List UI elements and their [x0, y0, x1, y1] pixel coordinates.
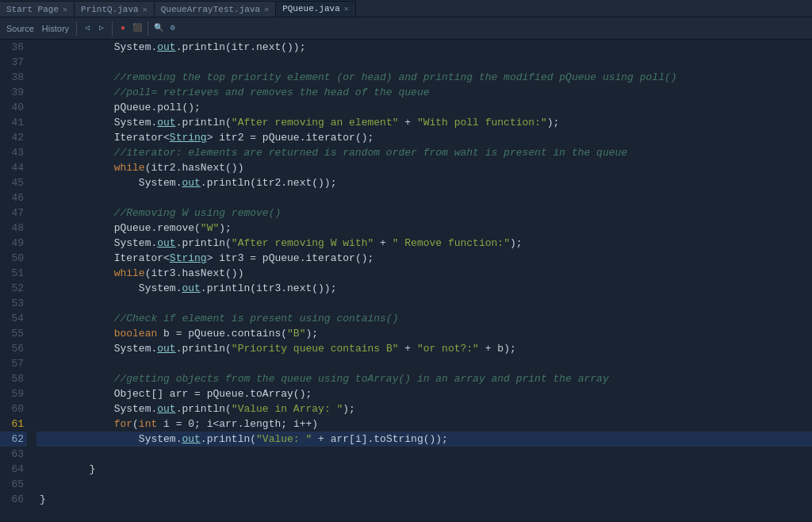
- code-line: System.out.println(itr.next());: [36, 40, 812, 55]
- line-number: 51: [0, 266, 27, 281]
- line-number: 66: [0, 492, 27, 507]
- code-line: [36, 477, 812, 492]
- code-line: //poll= retrieves and removes the head o…: [36, 85, 812, 100]
- code-area: 3637383940414243444546474849505152535455…: [0, 40, 812, 522]
- tab-start-page[interactable]: Start Page ✕: [0, 1, 75, 17]
- toolbar: Source History ◁ ▷ ● ⬛ 🔍 ⚙: [0, 17, 812, 40]
- line-number: 59: [0, 386, 27, 401]
- settings-icon[interactable]: ⚙: [167, 22, 179, 35]
- code-line: }: [36, 462, 812, 477]
- close-icon[interactable]: ✕: [143, 5, 147, 14]
- line-number: 61: [0, 416, 27, 432]
- code-line: //Removing W using remove(): [36, 205, 812, 221]
- code-line: pQueue.remove("W");: [36, 221, 812, 236]
- code-line: while(itr3.hasNext()): [36, 266, 812, 281]
- line-number: 48: [0, 221, 27, 236]
- code-line: [36, 296, 812, 311]
- line-number: 39: [0, 85, 27, 100]
- code-line: Object[] arr = pQueue.toArray();: [36, 386, 812, 401]
- line-number: 52: [0, 281, 27, 296]
- line-number: 55: [0, 326, 27, 341]
- tab-queuearraytest[interactable]: QueueArrayTest.java ✕: [155, 1, 276, 17]
- forward-icon[interactable]: ▷: [95, 22, 108, 35]
- code-line: [36, 447, 812, 462]
- toolbar-separator: [112, 21, 113, 36]
- search-icon[interactable]: 🔍: [152, 22, 165, 35]
- tab-bar: Start Page ✕ PrintQ.java ✕ QueueArrayTes…: [0, 0, 812, 17]
- code-line: for(int i = 0; i<arr.length; i++): [36, 416, 812, 432]
- line-number: 53: [0, 296, 27, 311]
- line-number: 46: [0, 190, 27, 205]
- close-icon[interactable]: ✕: [344, 4, 349, 13]
- code-line: [36, 55, 812, 70]
- line-number: 64: [0, 462, 27, 477]
- line-number: 50: [0, 251, 27, 266]
- line-number: 38: [0, 70, 27, 85]
- code-content[interactable]: System.out.println(itr.next()); //removi…: [33, 40, 812, 522]
- code-line: System.out.println("After removing an el…: [36, 115, 812, 130]
- run-icon[interactable]: ●: [117, 22, 129, 35]
- code-line: Iterator<String> itr2 = pQueue.iterator(…: [36, 130, 812, 145]
- line-number: 43: [0, 145, 27, 160]
- code-line: System.out.println("Value: " + arr[i].to…: [36, 432, 812, 447]
- code-line: boolean b = pQueue.contains("B");: [36, 326, 812, 341]
- code-line: [36, 356, 812, 371]
- tab-label: PrintQ.java: [81, 5, 139, 14]
- line-number: 42: [0, 130, 27, 145]
- line-number: 56: [0, 341, 27, 356]
- line-number: 47: [0, 205, 27, 221]
- toolbar-separator: [147, 21, 148, 36]
- code-line: }: [36, 492, 812, 507]
- close-icon[interactable]: ✕: [264, 5, 269, 14]
- line-number: 65: [0, 477, 27, 492]
- line-number: 63: [0, 447, 27, 462]
- code-line: //removing the top priority element (or …: [36, 70, 812, 85]
- line-number: 62: [0, 432, 27, 447]
- line-number: 49: [0, 236, 27, 251]
- code-line: System.out.println("Priority queue conta…: [36, 341, 812, 356]
- code-line: [36, 190, 812, 205]
- code-line: pQueue.poll();: [36, 100, 812, 115]
- debug-icon[interactable]: ⬛: [131, 22, 144, 35]
- code-line: Iterator<String> itr3 = pQueue.iterator(…: [36, 251, 812, 266]
- history-button[interactable]: History: [39, 22, 72, 35]
- source-button[interactable]: Source: [3, 22, 37, 35]
- close-icon[interactable]: ✕: [63, 5, 67, 14]
- tab-pqueue[interactable]: PQueue.java ✕: [276, 1, 356, 17]
- line-numbers: 3637383940414243444546474849505152535455…: [0, 40, 33, 522]
- line-number: 40: [0, 100, 27, 115]
- line-number: 57: [0, 356, 27, 371]
- code-line: while(itr2.hasNext()): [36, 160, 812, 175]
- tab-printq[interactable]: PrintQ.java ✕: [75, 1, 155, 17]
- line-number: 37: [0, 55, 27, 70]
- tab-label: QueueArrayTest.java: [161, 5, 260, 14]
- line-number: 41: [0, 115, 27, 130]
- line-number: 54: [0, 311, 27, 326]
- toolbar-separator: [76, 21, 77, 36]
- code-line: //getting objects from the queue using t…: [36, 371, 812, 386]
- code-line: System.out.println("Value in Array: ");: [36, 401, 812, 416]
- line-number: 45: [0, 175, 27, 190]
- line-number: 36: [0, 40, 27, 55]
- code-line: //iterator: elements are returned is ran…: [36, 145, 812, 160]
- tab-label: PQueue.java: [282, 4, 340, 13]
- line-number: 44: [0, 160, 27, 175]
- code-line: System.out.println("After removing W wit…: [36, 236, 812, 251]
- line-number: 60: [0, 401, 27, 416]
- code-line: System.out.println(itr2.next());: [36, 175, 812, 190]
- code-line: //Check if element is present using cont…: [36, 311, 812, 326]
- tab-label: Start Page: [6, 5, 59, 14]
- line-number: 58: [0, 371, 27, 386]
- code-line: System.out.println(itr3.next());: [36, 281, 812, 296]
- back-icon[interactable]: ◁: [81, 22, 94, 35]
